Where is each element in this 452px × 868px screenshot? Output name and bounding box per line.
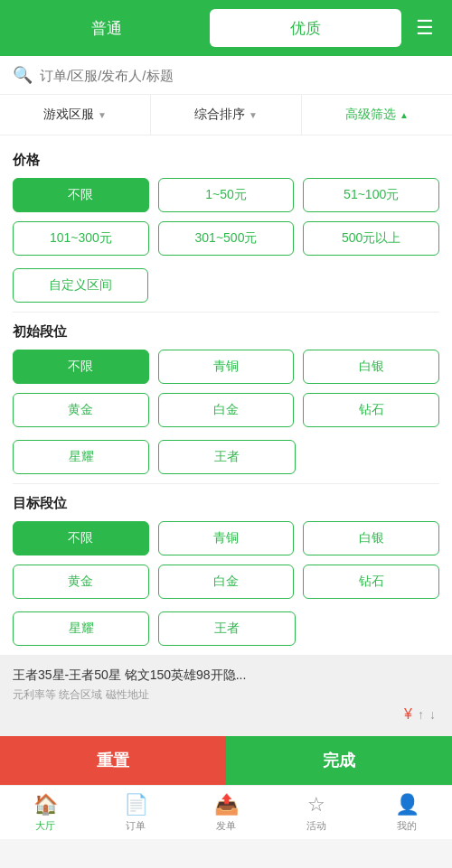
initial-rank-btn-6[interactable]: 星耀 (13, 440, 149, 474)
price-btn-1[interactable]: 1~50元 (158, 178, 295, 212)
filter-region[interactable]: 游戏区服 ▼ (0, 95, 151, 135)
target-rank-btn-2[interactable]: 白银 (303, 521, 439, 555)
hall-icon: 🏠 (33, 793, 58, 817)
nav-item-order[interactable]: 📄 订单 (90, 786, 181, 839)
target-rank-title: 目标段位 (13, 495, 439, 512)
initial-rank-grid: 不限 青铜 白银 黄金 白金 钻石 (13, 350, 439, 427)
target-rank-btn-5[interactable]: 钻石 (303, 565, 439, 599)
overlay-card: 王者35星-王者50星 铭文150英雄98开隐... 元利率等 统合区域 磁性地… (0, 655, 452, 736)
initial-rank-btn-2[interactable]: 白银 (303, 350, 439, 384)
order-icon: 📄 (124, 793, 148, 817)
price-section-title: 价格 (13, 152, 439, 169)
nav-label-hall: 大厅 (35, 819, 55, 833)
initial-rank-btn-3[interactable]: 黄金 (13, 393, 149, 427)
target-rank-btn-4[interactable]: 白金 (158, 565, 295, 599)
initial-rank-btn-5[interactable]: 钻石 (303, 393, 439, 427)
nav-label-mine: 我的 (397, 819, 417, 833)
nav-label-order: 订单 (126, 819, 146, 833)
search-bar: 🔍 (0, 56, 452, 95)
nav-label-activity: 活动 (306, 819, 326, 833)
target-rank-extra-row: 星耀 王者 (13, 611, 439, 646)
advanced-arrow-icon: ▲ (400, 110, 409, 120)
price-btn-0[interactable]: 不限 (13, 178, 149, 212)
filter-row: 游戏区服 ▼ 综合排序 ▼ 高级筛选 ▲ (0, 95, 452, 135)
mine-icon: 👤 (395, 793, 419, 817)
initial-rank-title: 初始段位 (13, 323, 439, 341)
price-custom-row: 自定义区间 (13, 268, 439, 303)
price-symbol: ¥ (404, 706, 412, 723)
filter-sort[interactable]: 综合排序 ▼ (151, 95, 302, 135)
target-rank-btn-7[interactable]: 王者 (158, 611, 295, 646)
initial-rank-extra-row: 星耀 王者 (13, 440, 439, 474)
confirm-button[interactable]: 完成 (226, 736, 452, 785)
main-content: 价格 不限 1~50元 51~100元 101~300元 301~500元 50… (0, 135, 452, 736)
bottom-nav: 🏠 大厅 📄 订单 📤 发单 ☆ 活动 👤 我的 (0, 785, 452, 839)
price-down-icon: ↓ (429, 707, 436, 722)
price-btn-2[interactable]: 51~100元 (303, 178, 439, 212)
price-btn-5[interactable]: 500元以上 (303, 221, 439, 256)
nav-label-post: 发单 (216, 819, 236, 833)
overlay-price-row: ¥ ↑ ↓ (13, 706, 439, 723)
action-buttons: 重置 完成 (0, 736, 452, 785)
price-button-grid: 不限 1~50元 51~100元 101~300元 301~500元 500元以… (13, 178, 439, 256)
overlay-title: 王者35星-王者50星 铭文150英雄98开隐... (13, 667, 439, 684)
menu-icon[interactable]: ☰ (409, 12, 441, 44)
tab-quality[interactable]: 优质 (210, 9, 401, 47)
price-btn-4[interactable]: 301~500元 (158, 221, 295, 256)
divider-1 (13, 312, 439, 313)
target-rank-grid: 不限 青铜 白银 黄金 白金 钻石 (13, 521, 439, 599)
price-custom-btn[interactable]: 自定义区间 (13, 268, 148, 303)
post-icon: 📤 (214, 793, 239, 817)
overlay-subtitle: 元利率等 统合区域 磁性地址 (13, 687, 439, 703)
header-tab-bar: 普通 优质 ☰ (0, 0, 452, 56)
initial-rank-btn-4[interactable]: 白金 (158, 393, 295, 427)
divider-2 (13, 483, 439, 484)
price-btn-3[interactable]: 101~300元 (13, 221, 149, 256)
initial-rank-btn-0[interactable]: 不限 (13, 350, 149, 384)
sort-arrow-icon: ▼ (249, 110, 258, 120)
nav-item-activity[interactable]: ☆ 活动 (271, 786, 362, 839)
initial-rank-btn-7[interactable]: 王者 (158, 440, 295, 474)
target-rank-btn-3[interactable]: 黄金 (13, 565, 149, 599)
filter-advanced-label: 高级筛选 (345, 107, 396, 123)
filter-region-label: 游戏区服 (43, 107, 94, 123)
filter-advanced[interactable]: 高级筛选 ▲ (302, 95, 452, 135)
target-rank-btn-6[interactable]: 星耀 (13, 611, 149, 646)
search-icon: 🔍 (13, 65, 33, 85)
target-rank-btn-1[interactable]: 青铜 (158, 521, 295, 555)
nav-item-post[interactable]: 📤 发单 (181, 786, 271, 839)
region-arrow-icon: ▼ (98, 110, 107, 120)
nav-item-mine[interactable]: 👤 我的 (362, 786, 452, 839)
reset-button[interactable]: 重置 (0, 736, 226, 785)
initial-rank-btn-1[interactable]: 青铜 (158, 350, 295, 384)
filter-sort-label: 综合排序 (194, 107, 245, 123)
price-up-icon: ↑ (418, 707, 424, 722)
activity-icon: ☆ (307, 793, 325, 817)
nav-item-hall[interactable]: 🏠 大厅 (0, 786, 90, 839)
tab-normal[interactable]: 普通 (11, 9, 202, 47)
search-input[interactable] (40, 68, 439, 83)
target-rank-btn-0[interactable]: 不限 (13, 521, 149, 555)
